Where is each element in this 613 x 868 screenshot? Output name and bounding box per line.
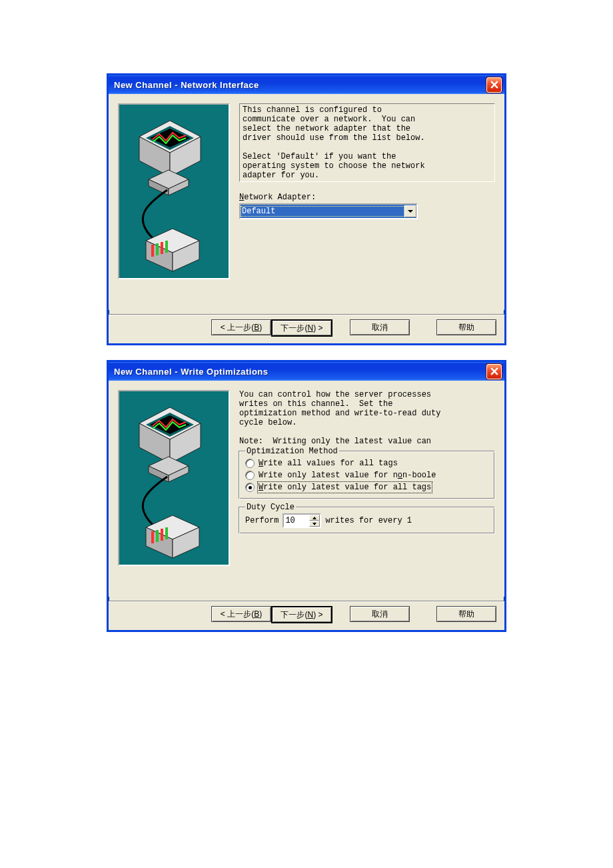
radio-icon bbox=[245, 459, 255, 468]
cancel-button[interactable]: 取消 bbox=[350, 606, 410, 622]
nav-button-group: < 上一步(B) 下一步(N) > bbox=[211, 319, 332, 337]
svg-rect-30 bbox=[156, 530, 159, 542]
dialog-title: New Channel - Write Optimizations bbox=[114, 367, 269, 377]
perform-label: Perform bbox=[245, 516, 279, 525]
titlebar: New Channel - Network Interface bbox=[109, 75, 504, 94]
svg-marker-34 bbox=[312, 523, 316, 525]
titlebar: New Channel - Write Optimizations bbox=[109, 362, 504, 381]
radio-icon bbox=[245, 483, 255, 492]
wizard-image bbox=[118, 390, 230, 566]
spinner-buttons bbox=[309, 515, 320, 527]
duty-cycle-spinner[interactable] bbox=[283, 513, 321, 528]
chevron-down-icon bbox=[312, 523, 316, 525]
svg-rect-12 bbox=[151, 245, 154, 257]
svg-marker-33 bbox=[312, 517, 316, 519]
close-icon bbox=[490, 367, 498, 375]
network-adapter-combo[interactable]: Default bbox=[239, 203, 418, 219]
canvas: New Channel - Network Interface bbox=[0, 0, 613, 868]
optimization-legend: Optimization Method bbox=[245, 447, 339, 456]
close-icon bbox=[490, 81, 498, 89]
optimization-method-group: Optimization Method Write all values for… bbox=[239, 451, 495, 499]
close-button[interactable] bbox=[486, 364, 502, 379]
content-area: You can control how the server processes… bbox=[239, 390, 495, 590]
network-adapter-label: Network Adapter: bbox=[239, 193, 495, 202]
perform-row: Perform writes for every 1 bbox=[245, 513, 489, 528]
button-row: < 上一步(B) 下一步(N) > 取消 帮助 bbox=[109, 315, 504, 343]
radio-write-all-values[interactable]: Write all values for all tags bbox=[245, 457, 489, 469]
svg-rect-32 bbox=[165, 527, 168, 539]
wizard-image bbox=[118, 103, 230, 279]
back-button[interactable]: < 上一步(B) bbox=[211, 606, 271, 622]
duty-cycle-input[interactable] bbox=[284, 515, 309, 527]
content-area: This channel is configured to communicat… bbox=[239, 103, 495, 303]
help-button[interactable]: 帮助 bbox=[436, 606, 496, 622]
radio-write-latest-all[interactable]: Write only latest value for all tags bbox=[245, 481, 489, 493]
spinner-up-button[interactable] bbox=[309, 515, 320, 521]
cancel-button[interactable]: 取消 bbox=[350, 319, 410, 335]
combo-dropdown-button[interactable] bbox=[404, 205, 416, 217]
description-text: You can control how the server processes… bbox=[239, 390, 495, 446]
next-button[interactable]: 下一步(N) > bbox=[271, 319, 332, 337]
perform-after-label: writes for every 1 bbox=[325, 516, 412, 525]
back-button[interactable]: < 上一步(B) bbox=[211, 319, 271, 335]
duty-cycle-group: Duty Cycle Perform writes for every 1 bbox=[239, 507, 495, 534]
next-button[interactable]: 下一步(N) > bbox=[271, 606, 332, 623]
svg-rect-13 bbox=[156, 243, 159, 255]
svg-marker-16 bbox=[408, 210, 413, 213]
radio-write-latest-non-boole[interactable]: Write only latest value for non-boole bbox=[245, 469, 489, 481]
info-text: This channel is configured to communicat… bbox=[239, 103, 495, 182]
chevron-down-icon bbox=[408, 209, 413, 214]
dialog-write-optimizations: New Channel - Write Optimizations bbox=[107, 360, 506, 632]
svg-rect-29 bbox=[151, 531, 154, 543]
dialog-title: New Channel - Network Interface bbox=[114, 80, 259, 90]
duty-cycle-legend: Duty Cycle bbox=[245, 503, 296, 512]
radio-icon bbox=[245, 471, 255, 480]
svg-rect-31 bbox=[161, 529, 163, 541]
svg-rect-15 bbox=[165, 241, 168, 253]
svg-rect-14 bbox=[161, 242, 163, 254]
dialog-network-interface: New Channel - Network Interface bbox=[107, 73, 506, 345]
dialog-body: This channel is configured to communicat… bbox=[109, 94, 504, 310]
spinner-down-button[interactable] bbox=[309, 521, 320, 527]
button-row: < 上一步(B) 下一步(N) > 取消 帮助 bbox=[109, 602, 504, 630]
close-button[interactable] bbox=[486, 77, 502, 93]
chevron-up-icon bbox=[312, 517, 316, 519]
help-button[interactable]: 帮助 bbox=[436, 319, 496, 335]
dialog-body: You can control how the server processes… bbox=[109, 381, 504, 597]
combo-value: Default bbox=[241, 206, 404, 217]
nav-button-group: < 上一步(B) 下一步(N) > bbox=[211, 606, 332, 623]
